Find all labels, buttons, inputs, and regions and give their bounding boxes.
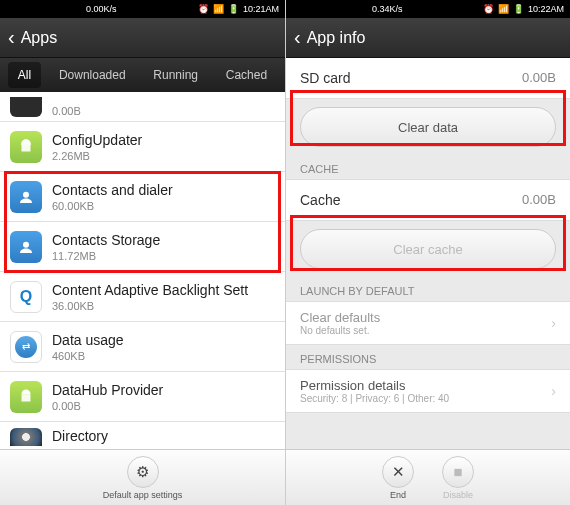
data-icon: ⇄ <box>10 331 42 363</box>
contact-icon <box>10 181 42 213</box>
sd-label: SD card <box>300 70 351 86</box>
status-bar: 0.00K/s ⏰ 📶 🔋 10:21AM <box>0 0 285 18</box>
perm-title: Permission details <box>300 378 449 393</box>
signal-icon: 📶 <box>498 4 509 14</box>
bottom-bar: ✕ End ■ Disable <box>286 449 570 505</box>
cabl-icon: Q <box>10 281 42 313</box>
app-size: 0.00B <box>52 400 163 412</box>
tab-running[interactable]: Running <box>143 62 208 88</box>
list-item[interactable]: Contacts Storage11.72MB <box>0 222 285 272</box>
back-icon[interactable]: ‹ <box>294 26 301 49</box>
chevron-right-icon: › <box>551 315 556 331</box>
button-label: End <box>390 490 406 500</box>
cache-row: Cache 0.00B <box>286 179 570 221</box>
battery-icon: 🔋 <box>228 4 239 14</box>
app-size: 460KB <box>52 350 124 362</box>
app-name: ConfigUpdater <box>52 132 142 148</box>
perm-sub: Security: 8 | Privacy: 6 | Other: 40 <box>300 393 449 404</box>
cache-label: Cache <box>300 192 340 208</box>
list-item[interactable]: Contacts and dialer60.00KB <box>0 172 285 222</box>
net-speed: 0.00K/s <box>86 4 117 14</box>
gear-icon: ⚙ <box>127 456 159 488</box>
permission-details-row[interactable]: Permission details Security: 8 | Privacy… <box>286 369 570 413</box>
app-name: DataHub Provider <box>52 382 163 398</box>
default-app-settings-button[interactable]: ⚙ Default app settings <box>103 456 183 500</box>
close-icon: ✕ <box>382 456 414 488</box>
clear-defaults-row[interactable]: Clear defaults No defaults set. › <box>286 301 570 345</box>
apps-screen: 0.00K/s ⏰ 📶 🔋 10:21AM ‹ Apps All Downloa… <box>0 0 285 505</box>
app-name: Data usage <box>52 332 124 348</box>
permissions-section-label: PERMISSIONS <box>286 345 570 369</box>
signal-icon: 📶 <box>213 4 224 14</box>
status-bar: 0.34K/s ⏰ 📶 🔋 10:22AM <box>286 0 570 18</box>
sd-value: 0.00B <box>522 70 556 86</box>
disc-icon <box>10 428 42 446</box>
chevron-right-icon: › <box>551 383 556 399</box>
app-size: 36.00KB <box>52 300 248 312</box>
list-item[interactable]: ⇄ Data usage460KB <box>0 322 285 372</box>
tab-downloaded[interactable]: Downloaded <box>49 62 136 88</box>
clock: 10:21AM <box>243 4 279 14</box>
page-title: Apps <box>21 29 57 47</box>
button-label: Default app settings <box>103 490 183 500</box>
detail-list[interactable]: SD card 0.00B Clear data CACHE Cache 0.0… <box>286 58 570 449</box>
svg-point-2 <box>23 241 29 247</box>
clear-data-button[interactable]: Clear data <box>300 107 556 147</box>
app-list[interactable]: 0.00B ConfigUpdater2.26MB Contacts and d… <box>0 92 285 449</box>
sd-card-row: SD card 0.00B <box>286 58 570 99</box>
back-icon[interactable]: ‹ <box>8 26 15 49</box>
battery-icon: 🔋 <box>513 4 524 14</box>
app-name: Directory <box>52 428 108 444</box>
alarm-icon: ⏰ <box>198 4 209 14</box>
list-item[interactable]: DataHub Provider0.00B <box>0 372 285 422</box>
app-size: 2.26MB <box>52 150 142 162</box>
android-icon <box>10 131 42 163</box>
header: ‹ App info <box>286 18 570 58</box>
clear-cache-button[interactable]: Clear cache <box>300 229 556 269</box>
android-icon <box>10 381 42 413</box>
app-size: 60.00KB <box>52 200 173 212</box>
button-label: Disable <box>443 490 473 500</box>
tab-bar: All Downloaded Running Cached <box>0 58 285 92</box>
disable-button[interactable]: ■ Disable <box>442 456 474 500</box>
tab-all[interactable]: All <box>8 62 41 88</box>
bottom-bar: ⚙ Default app settings <box>0 449 285 505</box>
net-speed: 0.34K/s <box>372 4 403 14</box>
app-info-screen: 0.34K/s ⏰ 📶 🔋 10:22AM ‹ App info SD card… <box>285 0 570 505</box>
launch-section-label: LAUNCH BY DEFAULT <box>286 277 570 301</box>
cache-section-label: CACHE <box>286 155 570 179</box>
list-item[interactable]: Directory <box>0 422 285 449</box>
svg-rect-0 <box>22 144 31 151</box>
app-name: Contacts Storage <box>52 232 160 248</box>
header: ‹ Apps <box>0 18 285 58</box>
app-size: 11.72MB <box>52 250 160 262</box>
list-item[interactable]: 0.00B <box>0 92 285 122</box>
tab-cached[interactable]: Cached <box>216 62 277 88</box>
app-name: Content Adaptive Backlight Sett <box>52 282 248 298</box>
list-item[interactable]: ConfigUpdater2.26MB <box>0 122 285 172</box>
app-size: 0.00B <box>52 105 81 117</box>
clear-defaults-label: Clear defaults <box>300 310 380 325</box>
clock: 10:22AM <box>528 4 564 14</box>
clear-defaults-sub: No defaults set. <box>300 325 380 336</box>
svg-point-1 <box>23 191 29 197</box>
contact-icon <box>10 231 42 263</box>
cache-value: 0.00B <box>522 192 556 208</box>
alarm-icon: ⏰ <box>483 4 494 14</box>
svg-rect-3 <box>22 394 31 401</box>
stop-icon: ■ <box>442 456 474 488</box>
clock-icon <box>10 97 42 117</box>
app-name: Contacts and dialer <box>52 182 173 198</box>
end-button[interactable]: ✕ End <box>382 456 414 500</box>
list-item[interactable]: Q Content Adaptive Backlight Sett36.00KB <box>0 272 285 322</box>
page-title: App info <box>307 29 366 47</box>
